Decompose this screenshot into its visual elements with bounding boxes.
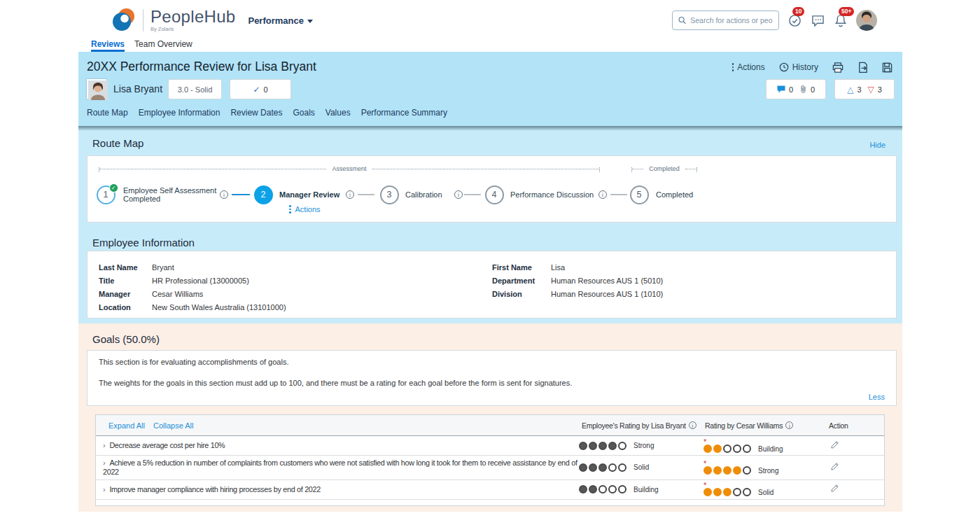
rating-dot [618, 463, 626, 472]
goals-description-1: This section is for evaluating accomplis… [99, 358, 288, 366]
rating-dot [589, 485, 597, 493]
rating-dot [733, 466, 741, 475]
comment-icon [777, 85, 785, 93]
employee-avatar[interactable] [87, 79, 106, 99]
edit-action-button[interactable] [830, 483, 839, 496]
app-title: PeopleHub [150, 8, 235, 25]
employee-rating-cell: Solid [579, 463, 649, 472]
up-down-counts[interactable]: △ 3 ▽ 3 [834, 79, 895, 99]
goals-table: Expand All Collapse All Employee's Ratin… [95, 414, 885, 506]
field-label: Division [492, 290, 551, 298]
messages-button[interactable] [810, 13, 825, 28]
step-label-manager-review: Manager Review [279, 190, 340, 199]
goal-row: ›Achieve a 5% reduction in number of com… [96, 456, 884, 480]
expand-chevron-icon[interactable]: › [103, 458, 105, 467]
module-selector[interactable]: Performance [248, 15, 312, 26]
goal-title-cell[interactable]: ›Achieve a 5% reduction in number of com… [96, 456, 590, 479]
step-actions-link[interactable]: Actions [289, 205, 321, 214]
field-label: Last Name [99, 263, 152, 272]
required-asterisk: * [704, 482, 774, 488]
notifications-button[interactable]: 50+ [833, 13, 848, 28]
tab-reviews[interactable]: Reviews [91, 39, 125, 52]
step-circle-5[interactable]: 5 [630, 186, 649, 204]
employee-name: Lisa Bryant [113, 83, 162, 94]
notifications-badge: 50+ [839, 7, 854, 16]
expand-chevron-icon[interactable]: › [103, 441, 105, 449]
field-value: New South Wales Australia (13101000) [152, 303, 286, 312]
employee-info-left-column: Last NameBryantTitleHR Professional (130… [99, 260, 286, 314]
rating-dot [713, 488, 722, 496]
form-nav-route-map[interactable]: Route Map [87, 108, 128, 118]
actions-label: Actions [737, 62, 764, 72]
expand-all-link[interactable]: Expand All [108, 421, 145, 430]
step-complete-check-icon: ✓ [109, 183, 118, 192]
paperclip-icon [799, 85, 807, 94]
logo[interactable]: PeopleHub By Zolaris [111, 8, 235, 33]
step-connector [358, 194, 374, 195]
overall-score[interactable]: 3.0 - Solid [168, 79, 222, 99]
goals-table-body: ›Decrease average cost per hire 10%Stron… [96, 436, 884, 500]
edit-action-button[interactable] [830, 440, 839, 452]
employee-info-panel: Last NameBryantTitleHR Professional (130… [87, 251, 897, 318]
user-avatar[interactable] [856, 10, 877, 31]
check-count[interactable]: ✓ 0 [230, 79, 291, 99]
form-nav-goals[interactable]: Goals [293, 108, 314, 118]
search-input[interactable]: Search for actions or peo... [672, 10, 779, 30]
rating-dots [579, 442, 628, 450]
info-icon[interactable]: i [220, 190, 228, 199]
goal-title-cell[interactable]: ›Decrease average cost per hire 10% [96, 438, 590, 453]
todo-button[interactable]: 10 [787, 13, 802, 28]
form-nav-performance-summary[interactable]: Performance Summary [361, 108, 447, 118]
form-nav-employee-information[interactable]: Employee Information [139, 108, 220, 118]
step-circle-3[interactable]: 3 [380, 186, 399, 204]
history-button[interactable]: History [779, 62, 818, 72]
export-pdf-button[interactable] [858, 62, 868, 73]
comments-attachments[interactable]: 0 0 [766, 79, 826, 99]
step-circle-2[interactable]: 2 [254, 186, 273, 204]
step-connector [610, 194, 627, 195]
less-link[interactable]: Less [869, 393, 885, 401]
actions-menu-button[interactable]: Actions [732, 62, 765, 72]
rating-label: Building [758, 445, 783, 453]
rating-label: Solid [758, 489, 774, 496]
history-label: History [792, 62, 818, 72]
rating-dots [704, 488, 752, 496]
step-circle-1[interactable]: 1✓ [97, 186, 115, 204]
rating-dot [733, 444, 741, 453]
form-nav-review-dates[interactable]: Review Dates [230, 108, 282, 118]
step-circle-4[interactable]: 4 [485, 186, 504, 204]
step-connector [464, 194, 481, 195]
manager-dots-row: Building [704, 444, 783, 453]
info-icon[interactable]: i [785, 421, 793, 429]
employee-info-row: First NameLisa [492, 260, 663, 274]
history-clock-icon [779, 62, 789, 72]
info-icon[interactable]: i [598, 190, 607, 199]
hide-link[interactable]: Hide [869, 141, 886, 149]
collapse-all-link[interactable]: Collapse All [153, 421, 193, 430]
manager-rating-cell[interactable]: *Strong [704, 461, 778, 475]
manager-rating-cell[interactable]: *Building [704, 439, 783, 453]
tab-team-overview[interactable]: Team Overview [134, 39, 192, 52]
goal-title-cell[interactable]: ›Improve manager compliance with hiring … [96, 482, 590, 497]
manager-dots-row: Solid [704, 488, 774, 496]
save-button[interactable] [882, 62, 892, 73]
employee-photo [88, 80, 108, 100]
save-icon [882, 62, 892, 73]
rating-dot [608, 485, 617, 493]
goal-row: ›Decrease average cost per hire 10%Stron… [96, 436, 884, 456]
edit-action-button[interactable] [830, 461, 839, 474]
column-header-manager-rating: Rating by Cesar Williams i [705, 421, 793, 430]
rating-dots [579, 485, 628, 493]
print-button[interactable] [832, 62, 844, 73]
info-icon[interactable]: i [689, 421, 696, 429]
route-map-panel: Assessment Completed 1✓Employee Self Ass… [87, 155, 897, 223]
field-label: Department [492, 276, 551, 285]
employee-info-title: Employee Information [92, 237, 195, 248]
info-icon[interactable]: i [454, 190, 463, 199]
expand-chevron-icon[interactable]: › [103, 485, 105, 493]
form-nav-values[interactable]: Values [326, 108, 351, 118]
manager-rating-cell[interactable]: *Solid [704, 482, 774, 496]
review-title: 20XX Performance Review for Lisa Bryant [87, 59, 316, 74]
info-icon[interactable]: i [346, 190, 354, 199]
column-header-employee-rating: Employee's Rating by Lisa Bryant i [582, 421, 696, 430]
